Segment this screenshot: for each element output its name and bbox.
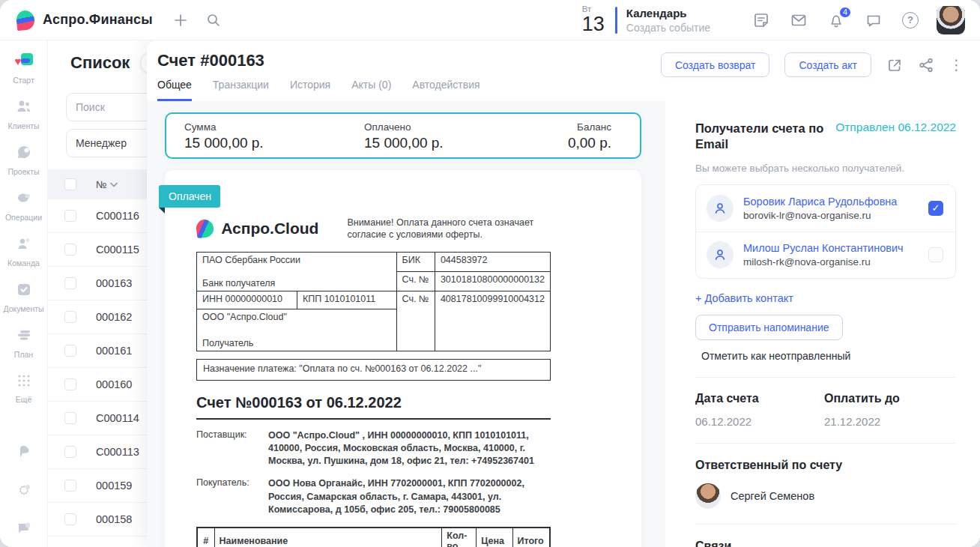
- row-checkbox[interactable]: [64, 345, 76, 357]
- recipients-title: Получатели счета по Email: [695, 121, 835, 153]
- bank-label: Банк получателя: [197, 271, 397, 291]
- supplier-label: Поставщик:: [196, 429, 268, 468]
- row-checkbox[interactable]: [64, 513, 76, 525]
- bik-label: БИК: [396, 252, 435, 271]
- row-checkbox[interactable]: [64, 446, 76, 458]
- sidebar-item-projects[interactable]: Проекты: [0, 143, 48, 176]
- responsible-name: Сергей Семенов: [731, 490, 814, 502]
- balance-value: 0,00 р.: [568, 135, 611, 151]
- plan-icon: [14, 326, 34, 344]
- page-title: Счет #000163: [157, 51, 264, 70]
- bank-name: ПАО Сбербанк России: [197, 252, 397, 271]
- more-actions-icon[interactable]: ⋮: [949, 56, 964, 73]
- tab-autoactions[interactable]: Автодействия: [412, 79, 480, 101]
- account-label: Сч. №: [396, 291, 435, 351]
- recipient-checkbox-checked[interactable]: ✓: [928, 201, 943, 216]
- app-name: Аспро.Финансы: [43, 12, 153, 28]
- items-col-num: #: [197, 528, 214, 547]
- search-icon[interactable]: [206, 13, 221, 28]
- create-act-button[interactable]: Создать акт: [784, 52, 871, 77]
- calendar-title: Календарь: [626, 7, 710, 19]
- topbar: Аспро.Финансы Вт 13 Календарь Создать со…: [0, 0, 980, 40]
- detail-header: Счет #000163 Общее Транзакции История Ак…: [147, 40, 980, 101]
- row-checkbox[interactable]: [64, 480, 76, 492]
- bik-value: 044583972: [435, 252, 550, 271]
- pay-until-value[interactable]: 21.12.2022: [824, 415, 953, 428]
- recipients-list: Боровик Лариса Рудольфовна borovik-lr@no…: [695, 184, 956, 279]
- settings-icon[interactable]: [14, 481, 34, 499]
- support-chat-icon[interactable]: [14, 519, 34, 537]
- product-icon[interactable]: [14, 444, 34, 462]
- responsible-label: Ответственный по счету: [695, 459, 956, 472]
- select-all-checkbox[interactable]: [64, 178, 76, 190]
- mail-icon[interactable]: [790, 11, 808, 29]
- items-col-total: Итого: [512, 528, 550, 547]
- recipient-row[interactable]: Милош Руслан Константинович milosh-rk@no…: [696, 232, 955, 278]
- chat-icon[interactable]: [865, 11, 883, 29]
- sidebar-item-operations[interactable]: Операции: [0, 189, 48, 222]
- row-checkbox[interactable]: [64, 244, 76, 256]
- aspro-cloud-logo-icon: [196, 219, 215, 238]
- row-checkbox[interactable]: [64, 378, 76, 390]
- sort-chevron-icon[interactable]: [110, 182, 118, 187]
- tab-general[interactable]: Общее: [157, 79, 192, 101]
- bank-details-table: ПАО Сбербанк России БИК 044583972 Банк п…: [196, 252, 551, 351]
- recipient-checkbox-unchecked[interactable]: [928, 247, 943, 262]
- sidebar-item-start[interactable]: ♥ Старт: [0, 53, 48, 85]
- list-title: Список: [70, 53, 130, 73]
- invoice-sidebar: Получатели счета по Email Отправлен 06.1…: [665, 101, 980, 547]
- notes-icon[interactable]: [752, 11, 770, 29]
- create-event-link[interactable]: Создать событие: [626, 22, 710, 34]
- user-avatar[interactable]: [937, 6, 965, 34]
- sidebar-item-clients[interactable]: Клиенты: [0, 97, 48, 130]
- pay-until-label: Оплатить до: [824, 392, 953, 405]
- responsible-person[interactable]: Сергей Семенов: [695, 483, 956, 509]
- items-col-price: Цена: [477, 528, 512, 547]
- row-checkbox[interactable]: [64, 311, 76, 323]
- add-contact-link[interactable]: + Добавить контакт: [695, 292, 956, 304]
- recipient-name[interactable]: Милош Руслан Константинович: [743, 241, 904, 256]
- recipient-name[interactable]: Боровик Лариса Рудольфовна: [743, 195, 897, 209]
- tab-history[interactable]: История: [290, 79, 330, 101]
- sidebar-item-more[interactable]: Ещё: [0, 372, 48, 404]
- date-widget[interactable]: Вт 13: [582, 5, 605, 35]
- sidebar-item-team[interactable]: Команда: [0, 235, 48, 268]
- sidebar-item-documents[interactable]: Документы: [0, 280, 48, 313]
- sent-status-link[interactable]: Отправлен 06.12.2022: [835, 121, 956, 134]
- sidebar-item-plan[interactable]: План: [0, 326, 48, 359]
- notifications-icon[interactable]: 4: [827, 11, 845, 29]
- start-icon: ♥: [15, 53, 33, 70]
- supplier-value: ООО "Аспро.Cloud" , ИНН 00000000010, КПП…: [268, 429, 551, 468]
- more-grid-icon: [14, 372, 34, 390]
- mark-unsent-link[interactable]: Отметить как неотправленный: [701, 350, 956, 362]
- tab-transactions[interactable]: Транзакции: [213, 79, 269, 101]
- aspro-cloud-logo-text: Аспро.Cloud: [221, 220, 318, 238]
- responsible-avatar: [695, 483, 721, 509]
- divider: [695, 377, 956, 378]
- invoice-detail-panel: Счет #000163 Общее Транзакции История Ак…: [147, 40, 980, 547]
- send-reminder-button[interactable]: Отправить напоминание: [695, 315, 843, 340]
- invoice-date-value[interactable]: 06.12.2022: [695, 415, 824, 428]
- kpp: КПП 1010101011: [297, 291, 396, 309]
- recipients-hint: Вы можете выбрать несколько получателей.: [695, 163, 956, 174]
- account-value: 40817810099910004312: [435, 291, 550, 351]
- help-icon[interactable]: ?: [902, 12, 919, 28]
- documents-icon: [14, 280, 34, 298]
- create-refund-button[interactable]: Создать возврат: [661, 52, 770, 77]
- share-icon[interactable]: [918, 57, 934, 73]
- app-window: Аспро.Финансы Вт 13 Календарь Создать со…: [0, 0, 980, 547]
- tab-acts[interactable]: Акты (0): [351, 79, 391, 101]
- add-icon[interactable]: [173, 13, 188, 28]
- divider: [695, 443, 956, 444]
- open-external-icon[interactable]: [886, 57, 903, 73]
- notification-badge: 4: [838, 6, 852, 19]
- row-checkbox[interactable]: [64, 412, 76, 424]
- row-checkbox[interactable]: [64, 210, 76, 222]
- calendar-widget[interactable]: Календарь Создать событие: [626, 7, 710, 34]
- clients-icon: [14, 97, 34, 115]
- team-icon: [14, 235, 34, 253]
- row-checkbox[interactable]: [64, 277, 76, 289]
- topbar-right: Вт 13 Календарь Создать событие 4: [582, 5, 965, 35]
- recipient-row[interactable]: Боровик Лариса Рудольфовна borovik-lr@no…: [696, 185, 955, 232]
- items-col-name: Наименование: [214, 528, 442, 547]
